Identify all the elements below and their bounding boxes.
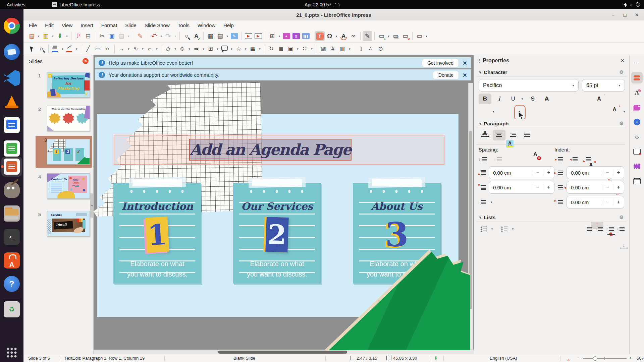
paste-dropdown[interactable] (126, 31, 131, 41)
before-text-indent-field[interactable]: 0.00 cm − + (567, 166, 624, 179)
hyperlink-icon[interactable]: ∞ (348, 31, 358, 41)
glue-points-icon[interactable]: ⊙ (376, 44, 385, 54)
above-spacing-value[interactable]: 0.00 cm (489, 170, 532, 176)
tab-shapes[interactable]: ◇ (631, 131, 643, 142)
increment-icon[interactable]: + (543, 170, 554, 176)
callouts-dropdown[interactable] (229, 44, 234, 54)
font-name-dropdown-icon[interactable]: ▾ (568, 83, 578, 87)
export-pdf-icon[interactable]: ℙ (73, 31, 83, 41)
notification-close-icon[interactable]: × (459, 59, 471, 67)
print-icon[interactable]: ⊟ (83, 31, 93, 41)
increment-icon[interactable]: + (613, 184, 624, 190)
align-right-button[interactable] (507, 130, 520, 140)
increment-icon[interactable]: + (543, 184, 554, 190)
power-icon[interactable] (636, 3, 640, 7)
slide-3-selected-row[interactable]: 3 1 2 3 (36, 136, 92, 168)
font-size-combobox[interactable]: 65 pt ▾ (582, 79, 625, 92)
gimp-icon[interactable] (4, 182, 20, 198)
open-dropdown[interactable] (51, 31, 55, 41)
align-objects-icon[interactable]: ≣ (276, 44, 286, 54)
move-item-up-icon[interactable]: ↑ (606, 225, 616, 233)
increase-font-size-button[interactable]: A (593, 94, 605, 104)
clear-formatting-button[interactable]: A (529, 149, 542, 160)
below-spacing-value[interactable]: 0.00 cm (489, 185, 532, 190)
underline-button[interactable]: U (507, 94, 520, 104)
network-icon[interactable]: ↓↑ (630, 3, 632, 6)
star-shapes-icon[interactable]: ☆ (234, 44, 244, 54)
paste-icon[interactable]: ▤ (117, 31, 126, 41)
vlc-icon[interactable] (4, 94, 20, 110)
character-section-header[interactable]: ∨ Character ⚙ (477, 68, 627, 77)
maximize-button[interactable]: □ (623, 12, 626, 18)
zoom-level[interactable]: 56% (637, 354, 644, 362)
character-settings-icon[interactable]: ⚙ (619, 69, 624, 75)
tab-animation[interactable] (631, 161, 643, 172)
align-bottom-button[interactable]: ↓ (618, 240, 630, 250)
ubuntu-software-icon[interactable]: A (4, 252, 20, 268)
increment-icon[interactable]: + (613, 170, 624, 176)
show-applications-icon[interactable] (7, 348, 17, 358)
insert-comment-icon[interactable]: ✎ (229, 31, 239, 41)
italic-button[interactable]: I (493, 94, 505, 104)
new-slide-dropdown[interactable] (386, 31, 391, 41)
tab-properties[interactable] (631, 72, 643, 83)
menu-file[interactable]: File (25, 21, 41, 29)
fontwork-icon[interactable]: A (339, 31, 348, 41)
font-color-dropdown[interactable] (491, 106, 496, 117)
libreoffice-writer-icon[interactable] (4, 117, 20, 133)
increase-paragraph-spacing-icon[interactable]: ↕ (479, 155, 489, 163)
lists-section-header[interactable]: ∨ Lists ⚙ (477, 213, 627, 222)
minimize-button[interactable]: − (612, 12, 615, 18)
undo-icon[interactable]: ↶ (149, 31, 159, 41)
decrement-icon[interactable]: − (532, 170, 543, 176)
tab-styles[interactable]: A (631, 87, 643, 98)
flowchart-shapes-icon[interactable]: ⊞ (206, 44, 215, 54)
redo-dropdown[interactable] (173, 31, 177, 41)
thunderbird-icon[interactable] (4, 44, 20, 60)
slide-1-thumbnail[interactable]: Lettering Designs for Marketing V (47, 72, 90, 98)
decrement-icon[interactable]: − (602, 184, 613, 190)
lines-and-arrows-icon[interactable]: → (117, 44, 126, 54)
stars-dropdown[interactable] (244, 44, 248, 54)
vscode-icon[interactable] (4, 70, 20, 86)
ordered-list-button[interactable] (499, 224, 509, 234)
bold-button[interactable]: B (479, 94, 491, 104)
filter-dropdown[interactable] (347, 44, 352, 54)
tab-slide-transition[interactable] (631, 146, 643, 157)
symbol-shapes-icon[interactable]: ☺ (177, 44, 187, 54)
demote-list-item-icon[interactable]: → (585, 225, 595, 233)
tab-navigator[interactable]: ✦ (631, 116, 643, 128)
distribute-icon[interactable]: ∷ (300, 44, 310, 54)
line-spacing-icon[interactable]: ↕ (478, 198, 488, 206)
slide-3-thumbnail[interactable]: 1 2 3 (47, 139, 90, 165)
special-character-dropdown[interactable] (334, 31, 339, 41)
close-button[interactable]: × (635, 11, 639, 18)
get-involved-button[interactable]: Get involved (422, 59, 459, 67)
character-spacing-dropdown[interactable] (622, 106, 627, 117)
new-slide-icon[interactable]: ▭ (377, 31, 386, 41)
paragraph-section-header[interactable]: ∨ Paragraph ⚙ (477, 119, 627, 128)
edit-points-icon[interactable]: ∴ (366, 44, 376, 54)
curves-dropdown[interactable] (141, 44, 145, 54)
decrease-font-size-button[interactable]: A (608, 104, 621, 115)
activities-button[interactable]: Activities (7, 2, 25, 7)
drag-handle-icon[interactable] (477, 58, 480, 63)
start-from-current-slide-icon[interactable]: ▶ (253, 31, 263, 41)
clock[interactable]: Apr 22 00:57 (305, 2, 339, 7)
basic-shapes-dropdown[interactable] (173, 44, 177, 54)
volume-icon[interactable] (624, 3, 626, 6)
connectors-dropdown[interactable] (155, 44, 159, 54)
delete-slide-icon[interactable]: ▭ (400, 31, 410, 41)
font-name-value[interactable]: Pacifico (479, 82, 568, 88)
properties-close-icon[interactable]: × (621, 57, 624, 64)
block-arrows-icon[interactable]: ⇒ (192, 44, 201, 54)
tab-gallery[interactable] (631, 102, 643, 113)
insert-image-icon[interactable]: ▲ (281, 31, 291, 41)
cut-icon[interactable]: ✂ (97, 31, 107, 41)
slide-layout-status[interactable]: Blank Slide (233, 354, 255, 362)
rotate-icon[interactable]: ↻ (266, 44, 276, 54)
decrement-icon[interactable]: − (532, 184, 543, 190)
flowchart-dropdown[interactable] (215, 44, 220, 54)
menu-insert[interactable]: Insert (76, 21, 97, 29)
insert-chart-icon[interactable] (301, 31, 311, 41)
